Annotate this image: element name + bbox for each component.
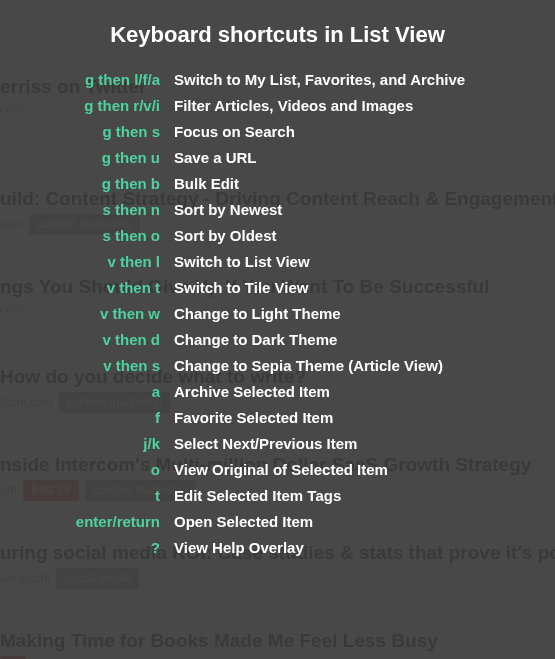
overlay-title: Keyboard shortcuts in List View (0, 22, 555, 48)
shortcut-list: g then l/f/aSwitch to My List, Favorites… (0, 66, 465, 560)
shortcut-row: v then lSwitch to List View (0, 248, 465, 274)
shortcut-row: v then dChange to Dark Theme (0, 326, 465, 352)
shortcut-desc: Focus on Search (174, 118, 465, 144)
shortcut-desc: Change to Dark Theme (174, 326, 465, 352)
shortcut-key: g then l/f/a (0, 66, 174, 92)
shortcut-row: g then l/f/aSwitch to My List, Favorites… (0, 66, 465, 92)
shortcut-row: v then wChange to Light Theme (0, 300, 465, 326)
shortcut-row: g then bBulk Edit (0, 170, 465, 196)
shortcut-key: s then n (0, 196, 174, 222)
shortcut-desc: Select Next/Previous Item (174, 430, 465, 456)
shortcut-key: v then s (0, 352, 174, 378)
shortcut-key: ? (0, 534, 174, 560)
shortcut-key: s then o (0, 222, 174, 248)
shortcut-key: g then b (0, 170, 174, 196)
shortcut-row: j/kSelect Next/Previous Item (0, 430, 465, 456)
shortcut-desc: Switch to My List, Favorites, and Archiv… (174, 66, 465, 92)
shortcut-row: g then r/v/iFilter Articles, Videos and … (0, 92, 465, 118)
shortcut-desc: Switch to Tile View (174, 274, 465, 300)
shortcut-key: v then w (0, 300, 174, 326)
shortcut-row: v then sChange to Sepia Theme (Article V… (0, 352, 465, 378)
shortcut-key: a (0, 378, 174, 404)
shortcut-row: g then sFocus on Search (0, 118, 465, 144)
shortcut-key: v then d (0, 326, 174, 352)
shortcut-desc: Favorite Selected Item (174, 404, 465, 430)
shortcut-row: s then nSort by Newest (0, 196, 465, 222)
shortcut-desc: Change to Sepia Theme (Article View) (174, 352, 465, 378)
shortcut-row: oView Original of Selected Item (0, 456, 465, 482)
shortcut-desc: Sort by Newest (174, 196, 465, 222)
shortcut-row: aArchive Selected Item (0, 378, 465, 404)
shortcut-desc: Open Selected Item (174, 508, 465, 534)
shortcut-desc: Edit Selected Item Tags (174, 482, 465, 508)
shortcut-key: t (0, 482, 174, 508)
shortcut-key: enter/return (0, 508, 174, 534)
shortcut-row: enter/returnOpen Selected Item (0, 508, 465, 534)
shortcut-row: fFavorite Selected Item (0, 404, 465, 430)
shortcut-desc: Sort by Oldest (174, 222, 465, 248)
shortcut-key: g then r/v/i (0, 92, 174, 118)
shortcut-row: tEdit Selected Item Tags (0, 482, 465, 508)
shortcut-key: g then u (0, 144, 174, 170)
shortcut-row: ?View Help Overlay (0, 534, 465, 560)
shortcut-key: j/k (0, 430, 174, 456)
shortcut-row: v then tSwitch to Tile View (0, 274, 465, 300)
shortcut-desc: Switch to List View (174, 248, 465, 274)
shortcut-key: v then l (0, 248, 174, 274)
shortcut-key: f (0, 404, 174, 430)
shortcut-desc: View Help Overlay (174, 534, 465, 560)
shortcut-desc: Change to Light Theme (174, 300, 465, 326)
shortcut-desc: Archive Selected Item (174, 378, 465, 404)
shortcut-desc: Save a URL (174, 144, 465, 170)
shortcut-desc: View Original of Selected Item (174, 456, 465, 482)
shortcut-row: s then oSort by Oldest (0, 222, 465, 248)
shortcut-key: g then s (0, 118, 174, 144)
shortcut-row: g then uSave a URL (0, 144, 465, 170)
help-overlay[interactable]: Keyboard shortcuts in List View g then l… (0, 0, 555, 659)
shortcut-desc: Filter Articles, Videos and Images (174, 92, 465, 118)
shortcut-desc: Bulk Edit (174, 170, 465, 196)
shortcut-key: o (0, 456, 174, 482)
shortcut-key: v then t (0, 274, 174, 300)
